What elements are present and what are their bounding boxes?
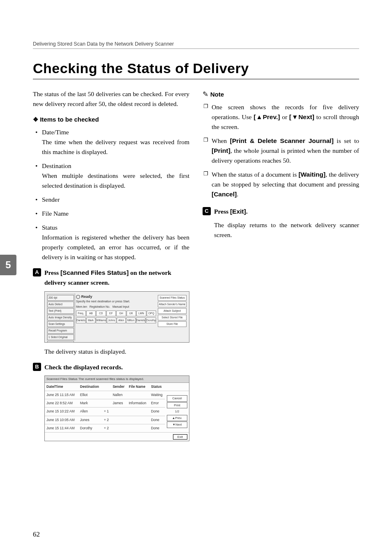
cell: June 25 11:15 AM (45, 391, 78, 399)
ss1-left-item: Recall Program (47, 328, 74, 334)
ss1-left-item: Auto Image Density (47, 315, 74, 320)
chapter-tab: 5 (0, 255, 16, 275)
ss2-h: Destination (78, 383, 102, 391)
ss1-left-item: Auto Detect (47, 302, 74, 307)
ss1-tab: Freq. (76, 311, 86, 316)
note-text: , the whole journal is printed when the … (212, 147, 359, 164)
note-text: . (237, 191, 238, 198)
ss1-left-item: 200 dpi (47, 295, 74, 301)
screenshot-status-table: Scanned Files Status The current scanned… (44, 375, 189, 442)
cell: Dorothy (78, 424, 102, 432)
running-head: Delivering Stored Scan Data by the Netwo… (33, 41, 359, 49)
cell (102, 391, 111, 399)
ss1-left-item: 1 Sided Original (47, 334, 74, 340)
cell: Information (127, 399, 150, 408)
item-destination: Destination When multiple destinations w… (42, 161, 189, 191)
table-row: June 25 11:15 AMElliotNallenWaiting Canc… (45, 391, 189, 399)
item-status: Status Information is registered whether… (42, 223, 189, 262)
note-text: is set to (334, 137, 359, 144)
ss1-reg: Registration No. (90, 305, 110, 308)
note-item: When [Print & Delete Scanner Journal] is… (212, 136, 359, 166)
ss1-name: Daniels (76, 318, 86, 323)
ss1-name: Milton (126, 318, 135, 323)
ss2-print: Print (167, 402, 187, 409)
ss2-h: File Name (127, 383, 150, 391)
ss1-left-item: Text (Print) (47, 308, 74, 314)
cell: Elliot (78, 391, 102, 399)
step-badge-2: B (33, 363, 41, 371)
ss1-name: Daniels (136, 318, 146, 323)
ss1-name: Johns (107, 318, 116, 323)
step-1: A Press [Scanned Files Status] on the ne… (33, 268, 189, 288)
ss1-tab: EF (106, 311, 116, 316)
ss1-name: Allen (117, 318, 126, 323)
ss1-right-btn: Attach Subject (158, 308, 187, 314)
step3-btn: [Exit] (230, 208, 246, 215)
after-step1: The delivery status is displayed. (33, 347, 189, 357)
ss1-left-item: Scan Settings (47, 321, 74, 327)
cell: + 1 (102, 408, 111, 416)
ss2-h: Sender (111, 383, 127, 391)
title-rule (33, 79, 359, 79)
ss1-right-btn: Attach Sender's Name (158, 302, 187, 307)
step-3: C Press [Exit]. (203, 207, 359, 216)
ss1-right-btn: Scanned Files Status (158, 295, 187, 301)
ss1-memlen: Mem.len (76, 305, 87, 308)
cell: June 22 8:52 AM (45, 399, 78, 408)
screenshot-scanner-screen: 200 dpi Auto Detect Text (Print) Auto Im… (44, 291, 189, 343)
note-bold: [Cancel] (212, 191, 237, 198)
item-desc: Information is registered whether the de… (42, 234, 189, 260)
ss2-next: ▼Next (167, 421, 187, 428)
ss1-right-btn: Store File (158, 321, 187, 327)
ss1-tab: CD (96, 311, 106, 316)
cell: June 15 11:44 AM (45, 424, 78, 432)
ss1-tab: IJK (127, 311, 136, 316)
cell (127, 416, 150, 424)
note-item: One screen shows the records for five de… (212, 102, 359, 132)
item-title: File Name (42, 209, 189, 219)
step1-btn: [Scanned Files Status] (60, 269, 129, 276)
after-step3: The display returns to the network deliv… (203, 220, 359, 240)
left-column: The status of the last 50 deliveries can… (33, 89, 189, 445)
ss1-tab: OPQ (147, 311, 157, 316)
notes-list: One screen shows the records for five de… (203, 102, 359, 199)
ss1-name: Dorothy (146, 318, 156, 323)
cell: + 2 (102, 424, 111, 432)
step1-pre: Press (44, 269, 60, 276)
ss1-left-item: Original Settings (47, 341, 74, 343)
ss2-bar: Scanned Files Status The current scanned… (45, 376, 189, 383)
step-2: B Check the displayed records. (33, 362, 189, 372)
cell (102, 399, 111, 408)
note-bold: [Print] (212, 147, 231, 154)
ss2-exit: Exit (173, 434, 187, 440)
note-text: When (212, 137, 230, 144)
item-file-name: File Name (42, 209, 189, 219)
item-title: Destination (42, 161, 189, 171)
cell: Jones (78, 416, 102, 424)
step-badge-3: C (203, 207, 211, 215)
step3-post: . (246, 208, 248, 215)
cell: James (111, 399, 127, 408)
cell (127, 408, 150, 416)
ss2-page: 1/2 (167, 409, 187, 415)
cell: Done (149, 424, 165, 432)
item-title: Sender (42, 195, 189, 205)
item-title: Status (42, 223, 189, 233)
cell: Error (149, 399, 165, 408)
page-number: 62 (33, 530, 40, 539)
ss1-tab: LMN (136, 311, 146, 316)
step3-pre: Press (214, 208, 230, 215)
cell: June 15 10:05 AM (45, 416, 78, 424)
ss1-ready: Ready (76, 294, 156, 300)
cell (127, 424, 150, 432)
note-bold: [▼Next] (289, 113, 314, 120)
note-text: When the status of a document is (212, 171, 298, 178)
item-date-time: Date/Time The time when the delivery req… (42, 127, 189, 157)
cell (111, 424, 127, 432)
ss2-h (102, 383, 111, 391)
ss1-right-btn: Select Stored File (158, 315, 187, 320)
step2-text: Check the displayed records. (44, 364, 123, 371)
right-column: Note One screen shows the records for fi… (203, 89, 359, 445)
item-sender: Sender (42, 195, 189, 205)
item-desc: When multiple destinations were selected… (42, 172, 189, 189)
